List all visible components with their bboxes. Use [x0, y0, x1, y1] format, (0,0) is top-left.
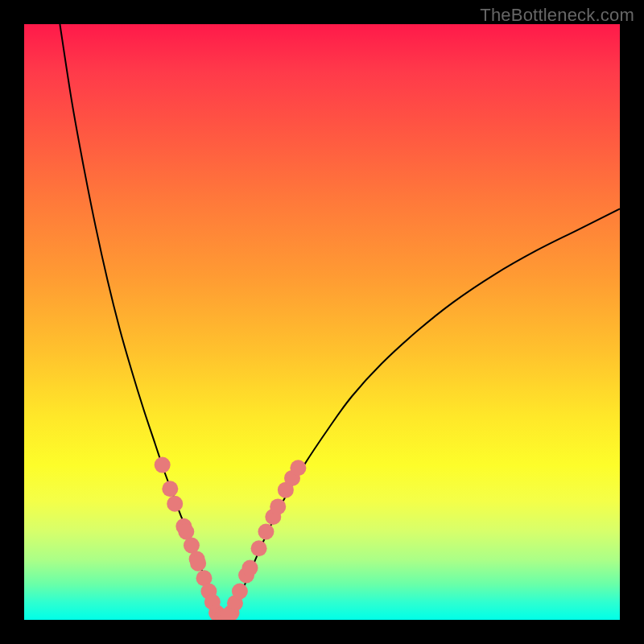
- data-point: [290, 460, 306, 476]
- watermark-text: TheBottleneck.com: [480, 5, 634, 26]
- scatter-dots: [155, 457, 307, 620]
- data-point: [242, 560, 258, 576]
- data-point: [251, 540, 267, 556]
- data-point: [178, 523, 194, 539]
- data-point: [232, 583, 248, 599]
- data-point: [190, 555, 206, 572]
- curve-lines: [60, 24, 620, 613]
- data-point: [167, 496, 183, 512]
- data-point: [162, 481, 178, 497]
- curve-path: [60, 24, 215, 613]
- data-point: [258, 523, 274, 539]
- data-point: [155, 457, 171, 473]
- chart-plot-area: [24, 24, 620, 620]
- curve-path: [233, 208, 620, 613]
- data-point: [184, 538, 200, 554]
- chart-svg: [24, 24, 620, 620]
- data-point: [270, 498, 286, 514]
